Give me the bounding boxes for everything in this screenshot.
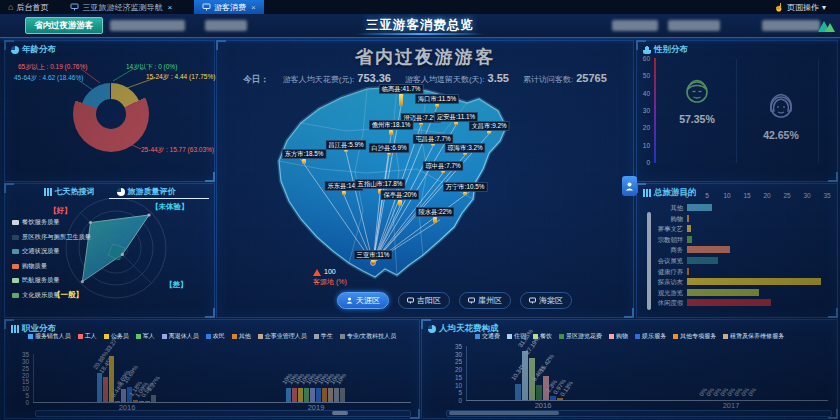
bar (139, 401, 144, 402)
legend-swatch (206, 334, 211, 339)
legend-label: 离退休人员 (169, 332, 199, 341)
bar (133, 400, 138, 402)
legend-swatch (258, 334, 263, 339)
bar (522, 351, 528, 400)
legend-label: 景区游览花费 (566, 332, 602, 341)
datazoom-handle[interactable] (332, 411, 348, 415)
axis-tick: 25 (780, 192, 794, 199)
district-tab-tianya[interactable]: 天涯区 (337, 292, 389, 309)
quality-evaluation-panel: 七天热搜词 旅游质量评价 【好】 【未体验】 【差】 【一般】 餐饮服务质量景区… (4, 183, 215, 318)
city-label: 昌江县:5.9% (326, 140, 367, 150)
tab-hot-search[interactable]: 七天热搜词 (44, 186, 95, 197)
axis-tick: 0 (637, 159, 650, 166)
datazoom-track[interactable] (446, 410, 832, 417)
legend-label: 文化娱乐质量 (22, 291, 60, 300)
chart-legend: 交通费住宿餐饮景区游览花费购物娱乐服务其他专项服务租赁及保养维修服务 (422, 332, 837, 341)
bar (316, 388, 321, 402)
legend-item: 企事业管理人员 (258, 332, 307, 341)
bar (328, 388, 333, 402)
district-tab-bar: 天涯区 吉阳区 崖州区 海棠区 (337, 292, 572, 309)
axis-tick: 50 (637, 72, 650, 79)
tab-visitor-consumption[interactable]: 游客消费 × (194, 0, 264, 14)
bar (151, 395, 156, 402)
city-marker-bar (435, 104, 439, 107)
axis-tick: 10 (720, 192, 734, 199)
panel-title-text: 年龄分布 (22, 44, 56, 56)
age-callout: 65岁以上 : 0.19 (0.76%) (18, 63, 87, 72)
subtab-overnight-visitors[interactable]: 省内过夜游游客 (25, 17, 103, 34)
city-label: 定安县:11.1% (434, 112, 478, 122)
hainan-island-map (217, 41, 633, 317)
bar-chart-icon (44, 188, 52, 196)
tab-quality-evaluation[interactable]: 旅游质量评价 (117, 186, 176, 197)
district-tab-haitang[interactable]: 海棠区 (520, 292, 572, 309)
female-face-icon (765, 89, 797, 121)
age-callout: 14岁以下 : 0 (0%) (126, 63, 177, 72)
title-underline-glow (355, 33, 485, 35)
legend-label: 学生 (321, 332, 333, 341)
pie-icon (117, 188, 125, 196)
legend-swatch (104, 334, 109, 339)
city-marker-bar (441, 171, 445, 173)
legend-swatch (475, 334, 480, 339)
tab-label: 吉阳区 (417, 295, 441, 306)
purpose-bar-chart[interactable]: 05101520253035其他购物赛事文艺宗教朝拜商务会议展览健康疗养探亲访友… (643, 192, 833, 313)
legend-swatch (609, 334, 614, 339)
legend-swatch (12, 220, 19, 225)
district-tab-jiyang[interactable]: 吉阳区 (398, 292, 450, 309)
home-menu-item[interactable]: ⌂ 后台首页 (8, 2, 48, 13)
age-distribution-panel: 年龄分布 65岁以上 : 0.19 (0.76%) 45-64岁 : 4.62 … (4, 40, 215, 182)
y-axis (33, 354, 34, 402)
legend-swatch (12, 264, 19, 269)
legend-swatch (340, 334, 345, 339)
legend-label: 景区秩序与厕所卫生质量 (22, 233, 91, 242)
page-operations-label: 页面操作 (787, 2, 819, 13)
tab-nav-monitor[interactable]: 三亚旅游经济监测导航 × (62, 0, 180, 14)
axis-tick: 5 (440, 389, 462, 396)
bar (687, 246, 730, 253)
age-callout: 25-44岁 : 15.77 (63.03%) (141, 146, 214, 155)
person-icon (625, 182, 634, 191)
redacted-button (612, 20, 658, 31)
legend-swatch (507, 334, 512, 339)
city-marker-bar (419, 123, 423, 125)
spending-bar-chart[interactable]: 交通费住宿餐饮景区游览花费购物娱乐服务其他专项服务租赁及保养维修服务353025… (422, 320, 837, 418)
axis-tick: 60 (637, 55, 650, 62)
legend-swatch (12, 293, 19, 298)
male-face-icon (681, 74, 713, 106)
district-tab-yazhou[interactable]: 崖州区 (459, 292, 511, 309)
age-donut-chart[interactable] (73, 76, 149, 152)
axis-tick: 30 (800, 192, 814, 199)
redacted-tab (205, 20, 247, 31)
datazoom-track[interactable] (35, 410, 411, 417)
map-body[interactable]: 临高县:41.7%海口市:11.5%澄迈县:7.2%定安县:11.1%儋州市:1… (217, 41, 633, 317)
tab-close-icon[interactable]: × (167, 3, 172, 12)
panel-title: 性别分布 (643, 44, 688, 56)
legend-swatch (723, 334, 728, 339)
bar (687, 257, 718, 264)
occupation-distribution-panel: 职业分布 服务销售人员工人公务员军人离退休人员农民其他企事业管理人员学生专业/文… (4, 319, 420, 419)
occupation-bar-chart[interactable]: 服务销售人员工人公务员军人离退休人员农民其他企事业管理人员学生专业/文教科技人员… (5, 320, 419, 418)
floating-widget-button[interactable] (622, 176, 637, 196)
city-label: 东方市:18.5% (282, 149, 327, 159)
vertical-scrollbar[interactable] (647, 212, 651, 310)
legend-label: 公务员 (111, 332, 129, 341)
legend-item: 专业/文教科技人员 (340, 332, 397, 341)
gridline (736, 59, 737, 163)
page-operations-menu[interactable]: ☝ 页面操作 ▾ (774, 2, 826, 13)
x-category-label: 2016 (528, 401, 558, 410)
datazoom-handle[interactable] (449, 411, 559, 415)
axis-tick: 20 (637, 124, 650, 131)
axis-tick: 15 (440, 374, 462, 381)
city-label: 万宁市:10.5% (443, 182, 488, 192)
city-label: 三亚市:11% (354, 250, 393, 260)
legend-label: 餐饮服务质量 (22, 218, 60, 227)
dashboard-page: ⌂ 后台首页 三亚旅游经济监测导航 × 游客消费 × ☝ 页面操作 ▾ 省内过夜… (0, 0, 840, 420)
bar-chart-icon (643, 189, 651, 197)
tab-label: 三亚旅游经济监测导航 (82, 2, 162, 13)
legend-label: 其他专项服务 (680, 332, 716, 341)
legend-item: 军人 (136, 332, 155, 341)
legend-label: 专业/文教科技人员 (347, 332, 397, 341)
tab-close-icon[interactable]: × (251, 3, 256, 12)
city-marker-bar (371, 260, 375, 263)
